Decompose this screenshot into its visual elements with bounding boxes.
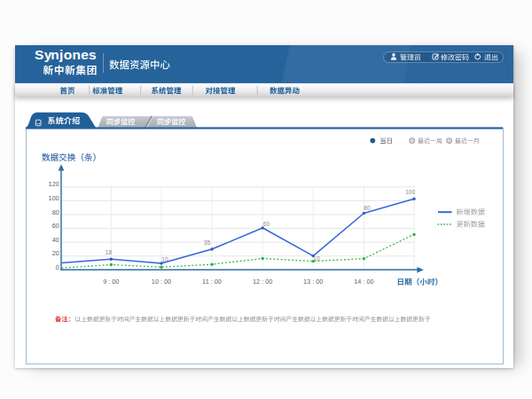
svg-text:9 : 00: 9 : 00 <box>103 278 119 286</box>
svg-text:18: 18 <box>106 249 113 255</box>
svg-text:0: 0 <box>56 263 59 271</box>
svg-text:10 : 00: 10 : 00 <box>152 278 171 286</box>
svg-text:10: 10 <box>313 255 320 262</box>
svg-text:120: 120 <box>49 180 59 188</box>
svg-text:80: 80 <box>52 208 59 216</box>
svg-text:60: 60 <box>52 222 59 230</box>
svg-text:11 : 00: 11 : 00 <box>202 278 222 286</box>
svg-text:14 : 00: 14 : 00 <box>354 278 373 286</box>
svg-text:100: 100 <box>405 189 415 195</box>
svg-text:100: 100 <box>49 194 59 202</box>
svg-text:20: 20 <box>52 249 59 257</box>
svg-text:35: 35 <box>204 239 211 246</box>
svg-text:60: 60 <box>263 221 270 227</box>
svg-text:40: 40 <box>52 236 59 244</box>
svg-text:80: 80 <box>364 205 371 211</box>
svg-text:13 : 00: 13 : 00 <box>303 278 323 286</box>
svg-text:12 : 00: 12 : 00 <box>253 278 272 286</box>
svg-text:10: 10 <box>161 256 168 262</box>
